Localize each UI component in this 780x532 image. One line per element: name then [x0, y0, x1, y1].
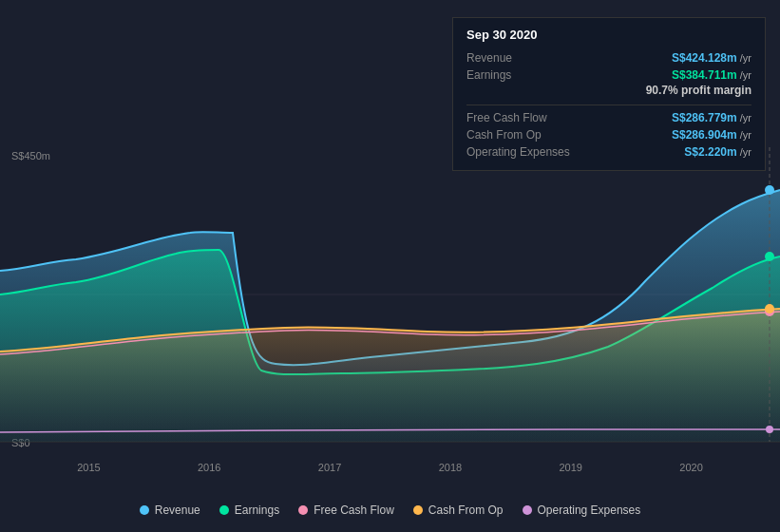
legend-revenue[interactable]: Revenue [140, 504, 200, 517]
legend-opex[interactable]: Operating Expenses [523, 504, 641, 517]
x-label-2017: 2017 [318, 462, 341, 473]
tooltip-earnings-value: S$384.711m [672, 68, 737, 82]
tooltip-opex-label: Operating Expenses [466, 145, 570, 159]
legend-opex-dot [523, 505, 532, 515]
x-label-2020: 2020 [679, 462, 702, 473]
legend-revenue-label: Revenue [155, 504, 200, 517]
tooltip-revenue-label: Revenue [466, 51, 512, 65]
x-axis: 2015 2016 2017 2018 2019 2020 [0, 462, 780, 473]
legend-fcf-label: Free Cash Flow [314, 504, 394, 517]
chart-svg [0, 147, 780, 451]
tooltip-opex: Operating Expenses S$2.220m /yr [466, 143, 751, 161]
tooltip-profit-margin: 90.7% profit margin [466, 84, 751, 101]
tooltip-earnings-label: Earnings [466, 68, 511, 82]
svg-point-7 [766, 426, 773, 433]
legend-cashfromop-dot [413, 505, 423, 515]
chart-container: Sep 30 2020 Revenue S$424.128m /yr Earni… [0, 0, 780, 532]
tooltip-title: Sep 30 2020 [466, 28, 751, 42]
tooltip-earnings: Earnings S$384.711m /yr [466, 66, 751, 84]
legend-opex-label: Operating Expenses [538, 504, 641, 517]
tooltip-fcf-label: Free Cash Flow [466, 111, 547, 124]
legend-fcf-dot [298, 505, 308, 515]
tooltip-fcf: Free Cash Flow S$286.779m /yr [466, 109, 751, 126]
chart-legend: Revenue Earnings Free Cash Flow Cash Fro… [0, 504, 780, 517]
legend-earnings[interactable]: Earnings [219, 504, 279, 517]
legend-cashfromop-label: Cash From Op [428, 504, 504, 517]
tooltip-cashfromop-value: S$286.904m [672, 128, 737, 142]
legend-cashfromop[interactable]: Cash From Op [413, 504, 504, 517]
legend-revenue-dot [140, 505, 149, 515]
tooltip-revenue: Revenue S$424.128m /yr [466, 49, 751, 66]
tooltip-cashfromop-label: Cash From Op [466, 128, 542, 142]
tooltip-cashfromop: Cash From Op S$286.904m /yr [466, 126, 751, 143]
legend-earnings-dot [219, 505, 229, 515]
svg-point-4 [765, 252, 774, 261]
x-label-2019: 2019 [559, 462, 581, 473]
tooltip-opex-value: S$2.220m [684, 145, 736, 159]
svg-point-3 [765, 185, 774, 195]
x-label-2018: 2018 [439, 462, 462, 473]
legend-fcf[interactable]: Free Cash Flow [298, 504, 394, 517]
tooltip-fcf-value: S$286.779m [672, 111, 737, 124]
x-label-2015: 2015 [77, 462, 100, 473]
tooltip-panel: Sep 30 2020 Revenue S$424.128m /yr Earni… [452, 17, 766, 171]
x-label-2016: 2016 [198, 462, 220, 473]
svg-point-6 [765, 304, 774, 314]
legend-earnings-label: Earnings [235, 504, 279, 517]
tooltip-revenue-value: S$424.128m [672, 51, 737, 65]
